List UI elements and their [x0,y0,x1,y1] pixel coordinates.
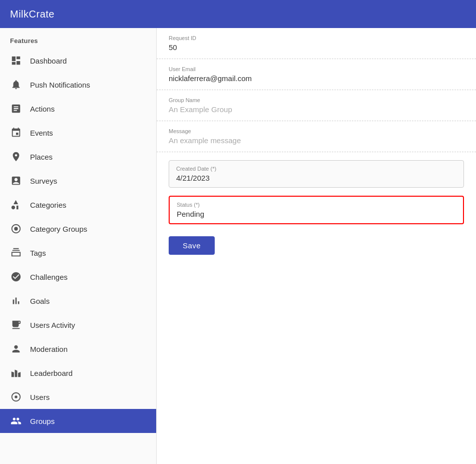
events-icon [10,127,22,139]
groups-icon [10,415,22,427]
sidebar-label-leaderboard: Leaderboard [30,369,73,377]
actions-icon [10,103,22,115]
sidebar-item-users-activity[interactable]: Users Activity [0,313,156,337]
sidebar-label-categories: Categories [30,201,67,209]
main-layout: Features Dashboard Push Notifications Ac… [0,28,476,464]
created-date-value: 4/21/2023 [176,174,456,182]
users-activity-icon [10,319,22,331]
sidebar-item-tags[interactable]: Tags [0,241,156,265]
users-icon [10,391,22,403]
sidebar-label-moderation: Moderation [30,345,68,353]
status-value: Pending [177,210,456,218]
created-date-field[interactable]: Created Date (*) 4/21/2023 [169,160,464,188]
sidebar-item-leaderboard[interactable]: Leaderboard [0,361,156,385]
message-value: An example message [169,136,464,145]
sidebar-item-categories[interactable]: Categories [0,193,156,217]
app-title: MilkCrate [10,9,55,20]
sidebar-label-actions: Actions [30,105,55,113]
challenges-icon [10,271,22,283]
categories-icon [10,199,22,211]
request-id-label: Request ID [169,35,464,41]
sidebar: Features Dashboard Push Notifications Ac… [0,28,157,464]
request-id-value: 50 [169,43,464,52]
sidebar-label-users-activity: Users Activity [30,321,75,329]
sidebar-label-tags: Tags [30,249,46,257]
user-email-value: nicklaferrera@gmail.com [169,74,464,83]
group-name-label: Group Name [169,97,464,103]
group-name-value: An Example Group [169,105,464,114]
tags-icon [10,247,22,259]
sidebar-item-surveys[interactable]: Surveys [0,169,156,193]
user-email-label: User Email [169,66,464,72]
goals-icon [10,295,22,307]
sidebar-item-challenges[interactable]: Challenges [0,265,156,289]
created-date-label: Created Date (*) [176,166,456,172]
category-groups-icon [10,223,22,235]
leaderboard-icon [10,367,22,379]
sidebar-item-moderation[interactable]: Moderation [0,337,156,361]
moderation-icon [10,343,22,355]
form-section: Request ID 50 User Email nicklaferrera@g… [157,28,476,267]
surveys-icon [10,175,22,187]
sidebar-label-category-groups: Category Groups [30,225,87,233]
user-email-field: User Email nicklaferrera@gmail.com [157,59,476,90]
save-button[interactable]: Save [169,236,215,255]
sidebar-label-push-notifications: Push Notifications [30,81,90,89]
request-id-field: Request ID 50 [157,28,476,59]
svg-point-0 [14,227,18,230]
sidebar-section-title: Features [0,28,156,49]
sidebar-item-places[interactable]: Places [0,145,156,169]
places-icon [10,151,22,163]
message-label: Message [169,128,464,134]
sidebar-item-actions[interactable]: Actions [0,97,156,121]
sidebar-item-category-groups[interactable]: Category Groups [0,217,156,241]
sidebar-label-challenges: Challenges [30,273,68,281]
sidebar-item-groups[interactable]: Groups [0,409,156,433]
sidebar-item-users[interactable]: Users [0,385,156,409]
sidebar-item-goals[interactable]: Goals [0,289,156,313]
sidebar-label-dashboard: Dashboard [30,57,67,65]
status-label: Status (*) [177,202,456,208]
group-name-field: Group Name An Example Group [157,90,476,121]
top-bar: MilkCrate [0,0,476,28]
sidebar-label-surveys: Surveys [30,177,57,185]
sidebar-item-push-notifications[interactable]: Push Notifications [0,73,156,97]
sidebar-label-users: Users [30,393,50,401]
sidebar-item-dashboard[interactable]: Dashboard [0,49,156,73]
status-field[interactable]: Status (*) Pending [169,196,464,224]
sidebar-item-events[interactable]: Events [0,121,156,145]
main-content: Request ID 50 User Email nicklaferrera@g… [157,28,476,464]
svg-point-1 [15,395,18,398]
sidebar-label-places: Places [30,153,53,161]
sidebar-label-groups: Groups [30,417,55,425]
message-field: Message An example message [157,121,476,152]
dashboard-icon [10,55,22,67]
sidebar-label-goals: Goals [30,297,50,305]
notifications-icon [10,79,22,91]
sidebar-label-events: Events [30,129,53,137]
